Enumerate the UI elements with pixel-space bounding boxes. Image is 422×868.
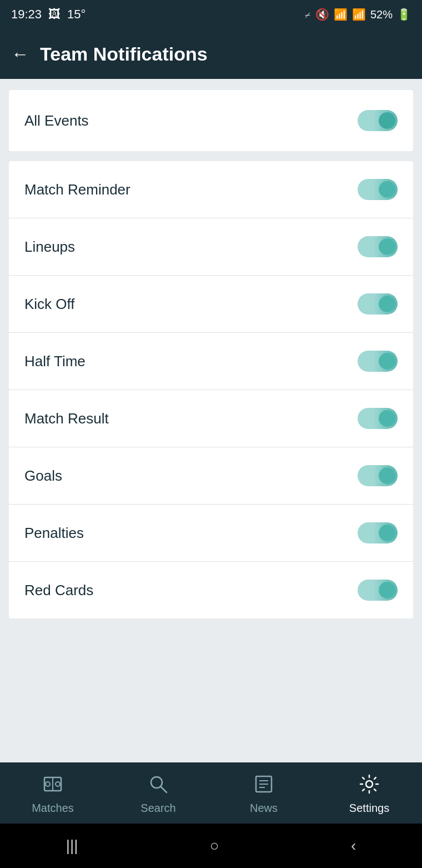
setting-label-goals: Goals xyxy=(24,467,62,485)
battery-icon: 🔋 xyxy=(397,8,411,21)
toggle-half-time[interactable] xyxy=(358,351,398,372)
setting-row-lineups: Lineups xyxy=(9,218,413,276)
setting-row-goals: Goals xyxy=(9,447,413,505)
toggle-penalties[interactable] xyxy=(358,522,398,543)
mute-icon: 🔇 xyxy=(315,8,329,21)
setting-label-lineups: Lineups xyxy=(24,238,75,256)
back-button[interactable]: ← xyxy=(11,45,29,63)
toggle-lineups[interactable] xyxy=(358,236,398,257)
setting-label-red-cards: Red Cards xyxy=(24,582,93,599)
battery-percent: 52% xyxy=(370,8,393,21)
system-nav: ||| ○ ‹ xyxy=(0,824,422,868)
all-events-label: All Events xyxy=(24,112,89,129)
setting-row-kick-off: Kick Off xyxy=(9,276,413,333)
status-left: 19:23 🖼 15° xyxy=(11,7,86,22)
nav-item-search[interactable]: Search xyxy=(122,774,194,815)
status-right: ⌿ 🔇 📶 📶 52% 🔋 xyxy=(304,8,411,21)
bottom-nav: Matches Search News Settings xyxy=(0,762,422,824)
setting-label-penalties: Penalties xyxy=(24,525,84,542)
svg-point-10 xyxy=(366,781,373,787)
nav-item-news[interactable]: News xyxy=(228,774,300,815)
sys-back-button[interactable]: ‹ xyxy=(351,837,356,855)
nav-icon-news xyxy=(254,774,274,799)
setting-label-match-reminder: Match Reminder xyxy=(24,181,130,198)
nav-icon-search xyxy=(148,774,168,799)
setting-label-kick-off: Kick Off xyxy=(24,296,75,313)
sys-menu-button[interactable]: ||| xyxy=(66,837,78,855)
sys-home-button[interactable]: ○ xyxy=(210,837,219,855)
svg-point-3 xyxy=(56,782,60,786)
nav-label-news: News xyxy=(250,802,278,815)
bluetooth-icon: ⌿ xyxy=(304,8,311,21)
setting-row-penalties: Penalties xyxy=(9,505,413,562)
signal-icon: 📶 xyxy=(352,8,366,21)
all-events-card: All Events xyxy=(9,90,413,151)
main-content: All Events Match ReminderLineupsKick Off… xyxy=(0,79,422,762)
toggle-match-reminder[interactable] xyxy=(358,179,398,200)
all-events-row: All Events xyxy=(9,90,413,151)
setting-row-half-time: Half Time xyxy=(9,333,413,390)
nav-item-matches[interactable]: Matches xyxy=(17,774,89,815)
toggle-red-cards[interactable] xyxy=(358,580,398,601)
all-events-toggle[interactable] xyxy=(358,110,398,131)
setting-label-match-result: Match Result xyxy=(24,410,109,427)
setting-row-match-result: Match Result xyxy=(9,390,413,447)
wifi-icon: 📶 xyxy=(334,8,348,21)
setting-label-half-time: Half Time xyxy=(24,353,86,370)
svg-point-2 xyxy=(46,782,50,786)
setting-row-red-cards: Red Cards xyxy=(9,562,413,618)
nav-item-settings[interactable]: Settings xyxy=(333,774,405,815)
status-photo-icon: 🖼 xyxy=(48,7,61,22)
toggle-match-result[interactable] xyxy=(358,408,398,429)
page-title: Team Notifications xyxy=(40,43,208,65)
svg-line-5 xyxy=(161,787,167,792)
header: ← Team Notifications xyxy=(0,29,422,79)
nav-label-search: Search xyxy=(140,802,175,815)
nav-icon-matches xyxy=(43,774,63,799)
svg-point-4 xyxy=(151,777,162,788)
toggle-kick-off[interactable] xyxy=(358,293,398,315)
setting-row-match-reminder: Match Reminder xyxy=(9,161,413,218)
nav-label-matches: Matches xyxy=(32,802,74,815)
nav-icon-settings xyxy=(359,774,379,799)
status-temp: 15° xyxy=(67,7,86,22)
nav-label-settings: Settings xyxy=(349,802,389,815)
toggle-goals[interactable] xyxy=(358,465,398,486)
status-time: 19:23 xyxy=(11,7,42,22)
status-bar: 19:23 🖼 15° ⌿ 🔇 📶 📶 52% 🔋 xyxy=(0,0,422,29)
settings-card: Match ReminderLineupsKick OffHalf TimeMa… xyxy=(9,161,413,618)
